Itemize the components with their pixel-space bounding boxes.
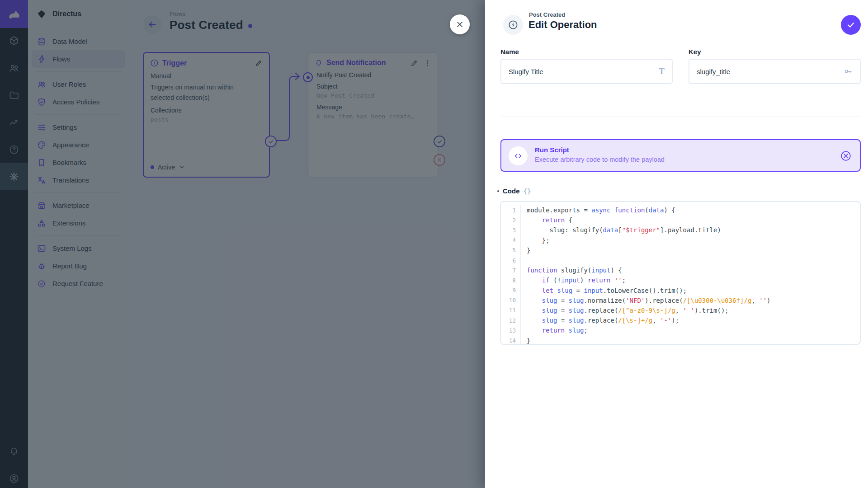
name-label: Name [500, 48, 519, 56]
name-input[interactable] [509, 68, 654, 75]
key-icon [844, 67, 853, 76]
code-line: 4 }; [501, 235, 860, 245]
code-line: 12 slug = slug.replace(/[\s-]+/g, '-'); [501, 315, 860, 325]
key-label: Key [689, 48, 701, 56]
code-line: 13 return slug; [501, 325, 860, 335]
required-dot [497, 190, 499, 192]
key-field[interactable] [689, 59, 861, 84]
check-icon [846, 20, 855, 29]
code-line: 8 if (!input) return ''; [501, 275, 860, 285]
operation-bolt-icon [503, 15, 523, 35]
code-line: 6 [501, 255, 860, 265]
close-drawer-button[interactable] [450, 14, 470, 34]
edit-operation-drawer: Post Created Edit Operation Name T Key R… [485, 0, 868, 488]
name-field[interactable]: T [500, 59, 673, 84]
run-script-title: Run Script [535, 146, 569, 154]
section-divider [500, 117, 861, 117]
code-line: 10 slug = slug.normalize('NFD').replace(… [501, 296, 860, 305]
code-line: 9 let slug = input.toLowerCase().trim(); [501, 286, 860, 296]
code-line: 7function slugify(input) { [501, 265, 860, 275]
close-icon [455, 20, 464, 29]
code-line: 1module.exports = async function(data) { [501, 205, 860, 215]
code-line: 11 slug = slug.replace(/[^a-z0-9\s-]/g, … [501, 305, 860, 315]
run-script-card[interactable]: Run Script Execute arbitrary code to mod… [500, 139, 861, 172]
remove-operation-icon[interactable] [840, 150, 852, 162]
text-type-icon: T [659, 66, 665, 76]
code-line: 5} [501, 245, 860, 255]
drawer-title: Edit Operation [528, 19, 597, 31]
save-button[interactable] [841, 15, 861, 35]
code-line: 2 return { [501, 215, 860, 225]
directus-app: Directus Data Model Flows User Roles Acc… [0, 0, 868, 488]
code-editor[interactable]: 1module.exports = async function(data) {… [500, 201, 861, 345]
code-line: 14} [501, 335, 860, 345]
run-script-subtitle: Execute arbitrary code to modify the pay… [535, 156, 665, 163]
json-type-icon: {} [524, 188, 531, 195]
key-input[interactable] [697, 68, 839, 75]
code-field-label: Code [503, 187, 520, 195]
code-brackets-icon [509, 146, 528, 165]
drawer-breadcrumb: Post Created [529, 11, 565, 18]
code-line: 3 slug: slugify(data["$trigger"].payload… [501, 225, 860, 235]
